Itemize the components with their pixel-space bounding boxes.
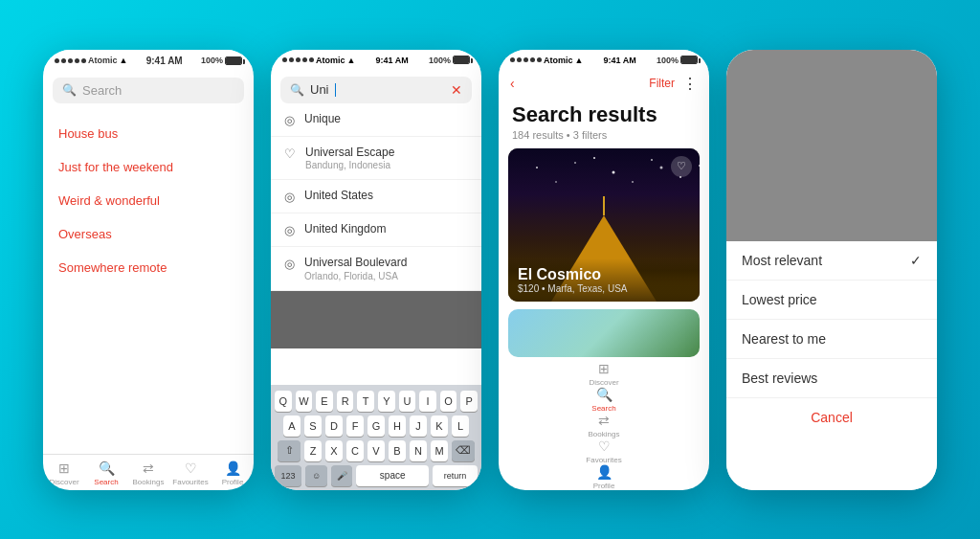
key-l[interactable]: L [452, 415, 469, 437]
sort-dropdown: Most relevant ✓ Lowest price Nearest to … [726, 241, 937, 490]
key-a[interactable]: A [283, 415, 301, 437]
kb-row-bottom: 123 ☺ 🎤 space return [275, 465, 478, 486]
battery-3: 100% [657, 56, 698, 65]
key-123[interactable]: 123 [275, 465, 301, 486]
search-bar-2[interactable]: 🔍 Uni ✕ [280, 77, 472, 103]
key-o[interactable]: O [440, 391, 457, 412]
key-p[interactable]: P [460, 391, 478, 412]
suggestion-united-kingdom[interactable]: ◎ United Kingdom [271, 213, 481, 247]
bookings-icon: ⇄ [143, 460, 154, 476]
clear-search-button[interactable]: ✕ [451, 82, 462, 98]
key-b[interactable]: B [389, 440, 406, 461]
key-i[interactable]: I [419, 391, 436, 412]
tab-profile[interactable]: 👤 Profile [212, 460, 254, 486]
key-s[interactable]: S [304, 415, 322, 437]
suggestion-universal-escape[interactable]: ♡ Universal Escape Bandung, Indonesia [271, 137, 481, 181]
screen2-content: 🔍 Uni ✕ ◎ Unique ♡ Universal Escape Band… [271, 69, 481, 490]
menu-item-overseas[interactable]: Overseas [43, 217, 254, 251]
key-mic[interactable]: 🎤 [331, 465, 353, 486]
sort-lowest-price[interactable]: Lowest price [726, 281, 937, 320]
tab-discover-3[interactable]: ⊞ Discover [499, 361, 709, 387]
key-z[interactable]: Z [304, 440, 322, 461]
key-return[interactable]: return [433, 465, 478, 486]
key-c[interactable]: C [346, 440, 364, 461]
suggestion-united-kingdom-text: United Kingdom [304, 222, 386, 237]
battery-2: 100% [429, 56, 470, 65]
suggestion-universal-boulevard[interactable]: ◎ Universal Boulevard Orlando, Florida, … [271, 247, 481, 291]
key-emoji[interactable]: ☺ [305, 465, 327, 486]
heart-icon-1: ♡ [284, 146, 296, 161]
key-shift[interactable]: ⇧ [278, 440, 301, 461]
key-r[interactable]: R [337, 391, 354, 412]
sort-most-relevant-label: Most relevant [742, 253, 822, 268]
carrier-label-3: Atomic [544, 56, 573, 65]
tab-favourites-3[interactable]: ♡ Favourites [499, 438, 709, 464]
tab-discover[interactable]: ⊞ Discover [43, 460, 85, 486]
search-typed-text: Uni [310, 82, 329, 97]
tab-search[interactable]: 🔍 Search [85, 460, 127, 486]
tab-bookings[interactable]: ⇄ Bookings [127, 460, 169, 486]
phone-screen-3: Atomic ▲ 9:41 AM 100% ‹ Filter ⋮ Search … [499, 50, 709, 490]
key-space[interactable]: space [356, 465, 428, 486]
tab-favourites[interactable]: ♡ Favourites [169, 460, 212, 486]
suggestion-united-states[interactable]: ◎ United States [271, 180, 481, 213]
status-bar-3: Atomic ▲ 9:41 AM 100% [499, 50, 709, 69]
location-icon-4: ◎ [284, 257, 295, 271]
wishlist-button[interactable]: ♡ [671, 156, 692, 177]
key-e[interactable]: E [316, 391, 333, 412]
key-f[interactable]: F [346, 415, 364, 437]
key-m[interactable]: M [431, 440, 448, 461]
key-delete[interactable]: ⌫ [452, 440, 475, 461]
back-button[interactable]: ‹ [510, 76, 515, 91]
phone-screen-2: Atomic ▲ 9:41 AM 100% 🔍 Uni ✕ ◎ Unique ♡ [271, 50, 481, 490]
key-w[interactable]: W [296, 391, 313, 412]
search-tab-icon: 🔍 [99, 460, 115, 476]
menu-item-just-weekend[interactable]: Just for the weekend [43, 150, 254, 184]
phone-screen-4: Most relevant ✓ Lowest price Nearest to … [726, 50, 937, 490]
key-k[interactable]: K [431, 415, 448, 437]
key-h[interactable]: H [389, 415, 406, 437]
key-n[interactable]: N [410, 440, 427, 461]
suggestion-united-states-text: United States [304, 189, 373, 204]
wifi-icon-2: ▲ [347, 56, 356, 65]
check-icon: ✓ [910, 253, 922, 268]
time-label-3: 9:41 AM [604, 56, 636, 65]
tab-profile-3[interactable]: 👤 Profile [499, 464, 709, 490]
sort-most-relevant[interactable]: Most relevant ✓ [726, 241, 937, 281]
tab-search-3[interactable]: 🔍 Search [499, 387, 709, 413]
screen1-content: 🔍 Search House bus Just for the weekend … [43, 70, 254, 490]
key-x[interactable]: X [325, 440, 343, 461]
tab-bookings-3[interactable]: ⇄ Bookings [499, 413, 709, 438]
key-d[interactable]: D [325, 415, 343, 437]
sort-nearest-me-label: Nearest to me [742, 331, 826, 347]
listing-card-el-cosmico[interactable]: El Cosmico $120 • Marfa, Texas, USA ♡ [508, 148, 700, 302]
menu-item-somewhere-remote[interactable]: Somewhere remote [43, 251, 254, 284]
screen3-content: ‹ Filter ⋮ Search results 184 results • … [499, 69, 709, 490]
key-u[interactable]: U [399, 391, 416, 412]
tab-bar-3: ⊞ Discover 🔍 Search ⇄ Bookings ♡ Favouri… [499, 361, 709, 490]
key-j[interactable]: J [410, 415, 427, 437]
nav-bar-3: ‹ Filter ⋮ [499, 69, 709, 99]
more-button[interactable]: ⋮ [682, 75, 698, 93]
menu-item-weird-wonderful[interactable]: Weird & wonderful [43, 184, 254, 217]
profile-icon: 👤 [225, 460, 241, 476]
time-label-2: 9:41 AM [376, 56, 409, 65]
filter-button[interactable]: Filter [649, 77, 675, 90]
key-v[interactable]: V [368, 440, 385, 461]
key-q[interactable]: Q [275, 391, 292, 412]
key-y[interactable]: Y [378, 391, 395, 412]
battery-indicator: 100% [201, 56, 242, 65]
listing-card-2[interactable] [508, 309, 700, 357]
search-bar-1[interactable]: 🔍 Search [53, 78, 244, 103]
suggestion-unique[interactable]: ◎ Unique [271, 103, 481, 137]
carrier-label-2: Atomic [316, 56, 345, 65]
sort-best-reviews[interactable]: Best reviews [726, 359, 937, 398]
key-t[interactable]: T [357, 391, 374, 412]
key-g[interactable]: G [368, 415, 385, 437]
menu-item-house-bus[interactable]: House bus [43, 117, 254, 150]
search-placeholder: Search [82, 83, 122, 98]
cancel-button[interactable]: Cancel [726, 398, 937, 437]
sort-nearest-me[interactable]: Nearest to me [726, 320, 937, 359]
search-icon: 🔍 [62, 83, 77, 97]
location-icon-3: ◎ [284, 223, 295, 237]
